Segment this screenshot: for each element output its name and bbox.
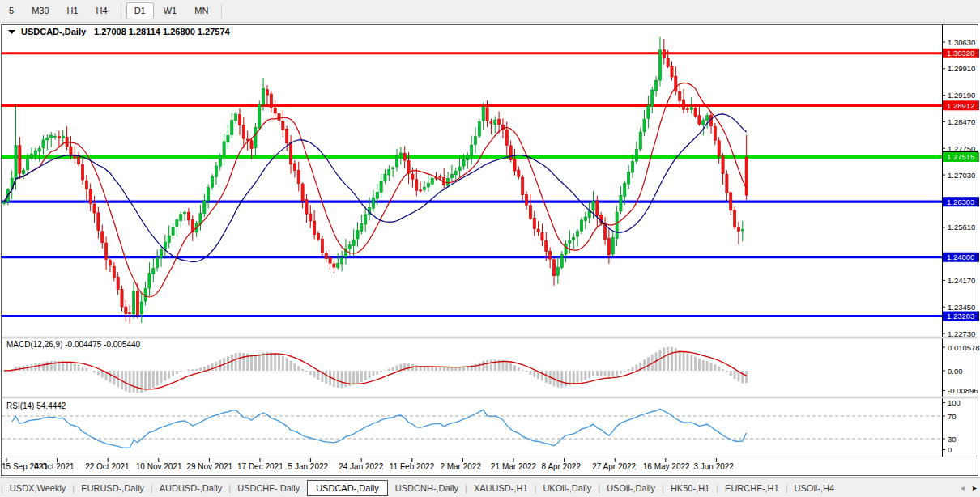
candle-body <box>450 174 453 177</box>
date-label: 21 Mar 2022 <box>491 462 537 471</box>
candle-body <box>117 277 119 289</box>
candle-body <box>529 206 531 219</box>
candle-body <box>686 108 688 109</box>
price-axis-label: 1.29190 <box>948 91 975 100</box>
candle-body <box>242 125 245 138</box>
candle-body <box>348 245 351 248</box>
chart-dropdown-icon[interactable] <box>8 30 15 34</box>
chart-tab-usdcad-daily[interactable]: USDCAD-,Daily <box>307 480 388 496</box>
candle-body <box>105 243 108 259</box>
candle-body <box>545 241 548 252</box>
candle-body <box>745 157 748 195</box>
candle-body <box>321 239 323 253</box>
candle-body <box>93 204 96 213</box>
candle-body <box>313 221 316 235</box>
ma-fast-line <box>4 83 747 297</box>
chart-canvas[interactable]: 1.306301.299101.291901.284701.277501.270… <box>0 23 980 477</box>
candle-body <box>407 160 410 173</box>
candle-body <box>42 140 45 148</box>
candle-body <box>384 174 386 181</box>
timeframe-button-mn[interactable]: MN <box>186 2 216 19</box>
candle-body <box>34 151 36 155</box>
candle-body <box>46 138 49 140</box>
timeframe-button-d1[interactable]: D1 <box>126 2 154 19</box>
candle-body <box>694 108 697 117</box>
tab-scroll-right-icon[interactable]: ▸ <box>973 483 977 492</box>
rsi-line <box>12 409 747 448</box>
chart-tab-audusd-daily[interactable]: AUDUSD-,Daily <box>154 481 228 495</box>
candle-body <box>560 255 563 268</box>
rsi-axis-label: 100 <box>948 398 961 407</box>
candle-body <box>207 188 210 201</box>
candle-body <box>58 137 60 138</box>
candle-body <box>482 107 484 121</box>
timeframe-button-h1[interactable]: H1 <box>59 2 87 19</box>
candle-body <box>38 149 40 151</box>
chart-tab-usdchf-daily[interactable]: USDCHF-,Daily <box>232 481 305 495</box>
chart-outer-frame <box>2 25 978 476</box>
chart-tab-usoil-daily[interactable]: USOil-,Daily <box>601 481 661 495</box>
candle-body <box>726 174 728 193</box>
chart-tab-usdx-weekly[interactable]: USDX,Weekly <box>4 481 71 495</box>
macd-signal-line <box>4 352 747 389</box>
tab-scroll-left-icon[interactable]: ◂ <box>961 483 965 492</box>
candle-body <box>297 170 300 183</box>
candle-body <box>655 80 658 91</box>
toolbar-separator <box>221 4 222 19</box>
candle-body <box>352 240 355 246</box>
chart-tab-xauusd-h1[interactable]: XAUUSD-,H1 <box>468 481 534 495</box>
candle-body <box>607 238 610 254</box>
price-badge-label: 1.30328 <box>947 49 974 57</box>
candle-body <box>474 137 476 145</box>
candle-body <box>187 212 190 220</box>
chart-frame <box>2 25 979 476</box>
candle-body <box>647 106 650 119</box>
candle-body <box>741 229 744 231</box>
date-label: 11 Feb 2022 <box>390 462 435 471</box>
chart-tab-eurchf-h1[interactable]: EURCHF-,H1 <box>719 481 785 495</box>
candle-body <box>631 161 633 172</box>
timeframe-button-5[interactable]: 5 <box>1 2 22 19</box>
timeframe-button-h4[interactable]: H4 <box>88 2 116 19</box>
candle-body <box>164 242 166 249</box>
candle-body <box>50 135 53 138</box>
candle-body <box>160 250 162 258</box>
candle-body <box>486 108 488 121</box>
candle-body <box>454 171 457 174</box>
chart-tab-hk50-h1[interactable]: HK50-,H1 <box>665 481 715 495</box>
rsi-axis-label: 70 <box>948 412 957 421</box>
timeframe-button-m30[interactable]: M30 <box>23 2 57 19</box>
candle-body <box>403 153 406 160</box>
chart-tab-usdcnh-daily[interactable]: USDCNH-,Daily <box>390 481 464 495</box>
candle-body <box>70 147 72 155</box>
candle-body <box>439 176 441 177</box>
candle-body <box>458 167 461 171</box>
macd-axis-label: 0.010578 <box>948 343 980 352</box>
candle-body <box>215 166 217 177</box>
rsi-pane <box>2 409 942 448</box>
price-badge-label: 1.24800 <box>947 253 974 261</box>
candle-body <box>569 240 571 243</box>
candle-body <box>30 154 32 158</box>
candle-body <box>223 142 225 155</box>
candle-body <box>624 183 626 197</box>
date-label: 5 Jan 2022 <box>288 462 329 471</box>
candle-body <box>235 114 237 121</box>
date-label: 10 Nov 2021 <box>136 462 182 471</box>
candle-body <box>293 164 296 170</box>
chart-tab-usoil-h4[interactable]: USOil-,H4 <box>789 481 841 495</box>
moving-averages-group <box>4 83 747 297</box>
candle-body <box>580 220 582 232</box>
macd-axis-label: 0.00 <box>948 367 963 376</box>
candle-body <box>498 119 501 124</box>
candle-body <box>494 120 496 124</box>
candle-body <box>129 313 131 314</box>
chart-tab-eurusd-daily[interactable]: EURUSD-,Daily <box>75 481 150 495</box>
chart-tab-ukoil-daily[interactable]: UKOil-,Daily <box>537 481 597 495</box>
candle-body <box>309 214 312 221</box>
date-label: 16 May 2022 <box>643 462 690 471</box>
candle-body <box>628 172 630 184</box>
date-label: 8 Apr 2022 <box>542 462 582 471</box>
timeframe-button-w1[interactable]: W1 <box>156 2 185 19</box>
candle-body <box>734 210 736 227</box>
